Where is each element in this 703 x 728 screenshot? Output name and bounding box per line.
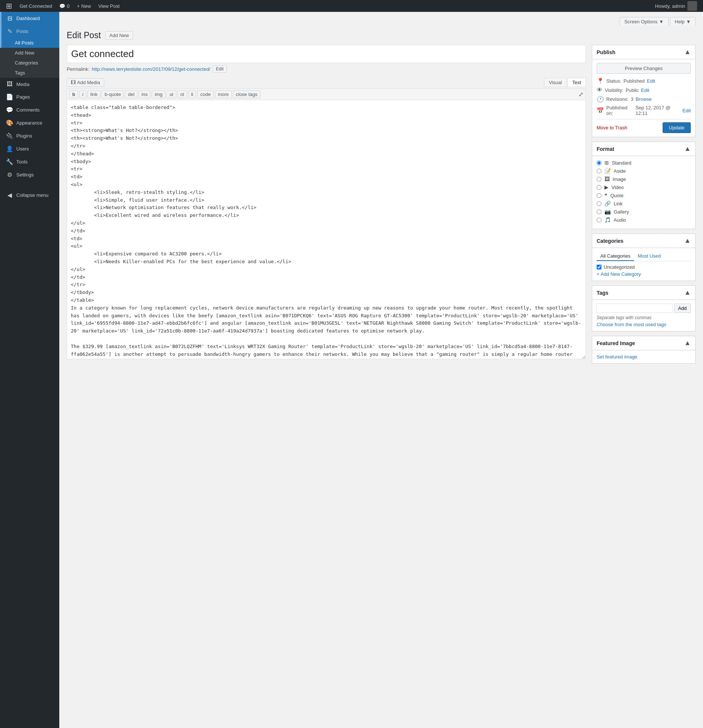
tab-visual[interactable]: Visual — [544, 78, 567, 87]
format-radio-aside[interactable] — [597, 169, 602, 173]
category-item: Uncategorized — [597, 264, 691, 270]
pages-icon: 📄 — [6, 93, 13, 100]
sidebar-item-categories[interactable]: Categories — [0, 58, 59, 68]
revisions-value: 3 — [631, 96, 633, 102]
sidebar-item-appearance[interactable]: 🎨 Appearance — [0, 116, 59, 129]
sidebar-item-collapse[interactable]: ◀ Collapse menu — [0, 189, 59, 202]
status-edit-link[interactable]: Edit — [647, 78, 655, 84]
format-box-header[interactable]: Format ▲ — [592, 142, 695, 156]
format-option-aside: 📝 Aside — [597, 168, 691, 174]
adminbar-howdy: Howdy, admin — [652, 1, 700, 11]
settings-icon: ⚙ — [6, 171, 13, 178]
permalink-edit-button[interactable]: Edit — [213, 65, 227, 73]
published-on-edit-link[interactable]: Edit — [683, 108, 691, 113]
toolbar-bquote[interactable]: b-quote — [101, 91, 124, 98]
appearance-icon: 🎨 — [6, 119, 13, 126]
toolbar-ul[interactable]: ul — [166, 91, 176, 98]
sidebar-item-users[interactable]: 👤 Users — [0, 142, 59, 155]
sidebar-item-all-posts[interactable]: All Posts — [0, 38, 59, 48]
permalink-label: Permalink: — [67, 66, 89, 72]
publish-box-header[interactable]: Publish ▲ — [592, 45, 695, 59]
visibility-edit-link[interactable]: Edit — [641, 88, 649, 93]
format-radio-standard[interactable] — [597, 160, 602, 165]
toolbar-ins[interactable]: ins — [139, 91, 151, 98]
preview-changes-button[interactable]: Preview Changes — [597, 63, 691, 74]
help-button[interactable]: Help ▼ — [670, 17, 696, 26]
toolbar-italic[interactable]: i — [79, 91, 87, 98]
sidebar-label-plugins: Plugins — [16, 133, 32, 139]
status-label: Status: — [606, 78, 621, 84]
toolbar-del[interactable]: del — [125, 91, 137, 98]
tags-choose-link[interactable]: Choose from the most used tags — [597, 322, 666, 327]
published-on-value: Sep 12, 2017 @ 12:11 — [635, 105, 680, 116]
featured-image-box-header[interactable]: Featured Image ▲ — [592, 336, 695, 350]
post-title-input[interactable] — [67, 45, 586, 63]
body-content: Screen Options ▼ Help ▼ Edit Post Add Ne… — [59, 12, 703, 376]
sidebar-item-comments[interactable]: 💬 Comments — [0, 103, 59, 116]
toolbar-img[interactable]: img — [152, 91, 165, 98]
adminbar-comments[interactable]: 💬 0 — [56, 0, 72, 12]
add-category-link[interactable]: + Add New Category — [597, 272, 691, 277]
publish-box-toggle[interactable]: ▲ — [684, 48, 691, 56]
add-media-button[interactable]: 🎞 Add Media — [67, 78, 104, 87]
sidebar-label-tags: Tags — [15, 70, 25, 76]
format-box-toggle[interactable]: ▲ — [684, 145, 691, 153]
tab-all-categories[interactable]: All Categories — [597, 252, 634, 261]
status-row: 📍 Status: Published Edit — [597, 78, 691, 85]
toolbar-li[interactable]: li — [188, 91, 196, 98]
tags-box-toggle[interactable]: ▲ — [684, 289, 691, 296]
sidebar-item-add-new[interactable]: Add New — [0, 48, 59, 58]
plugins-icon: 🔌 — [6, 132, 13, 139]
set-featured-image-link[interactable]: Set featured image — [597, 354, 637, 360]
toolbar-expand-icon[interactable]: ⤢ — [579, 91, 583, 98]
sidebar-label-settings: Settings — [16, 172, 34, 178]
categories-box-header[interactable]: Categories ▲ — [592, 234, 695, 248]
sidebar-item-tags[interactable]: Tags — [0, 68, 59, 78]
adminbar-view-post[interactable]: View Post — [95, 0, 123, 12]
categories-box-toggle[interactable]: ▲ — [684, 237, 691, 245]
format-radio-video[interactable] — [597, 185, 602, 190]
tab-text[interactable]: Text — [567, 78, 586, 87]
format-radio-image[interactable] — [597, 177, 602, 182]
sidebar-item-dashboard[interactable]: ⊟ Dashboard — [0, 12, 59, 25]
sidebar-item-tools[interactable]: 🔧 Tools — [0, 155, 59, 168]
add-new-button[interactable]: Add New — [105, 31, 133, 40]
category-checkbox-uncategorized[interactable] — [597, 265, 602, 270]
toolbar-code[interactable]: code — [197, 91, 214, 98]
tags-add-button[interactable]: Add — [674, 303, 691, 313]
comments-icon: 💬 — [6, 106, 13, 113]
collapse-icon: ◀ — [6, 192, 13, 199]
post-content-editor[interactable] — [67, 100, 586, 359]
tools-icon: 🔧 — [6, 158, 13, 165]
format-radio-gallery[interactable] — [597, 209, 602, 214]
featured-image-box-toggle[interactable]: ▲ — [684, 339, 691, 347]
sidebar-item-plugins[interactable]: 🔌 Plugins — [0, 129, 59, 142]
format-radio-quote[interactable] — [597, 193, 602, 198]
sidebar-item-settings[interactable]: ⚙ Settings — [0, 168, 59, 181]
tags-input[interactable] — [597, 303, 673, 313]
format-option-gallery: 📷 Gallery — [597, 209, 691, 215]
move-to-trash-button[interactable]: Move to Trash — [597, 125, 627, 130]
visibility-icon: 👁 — [597, 87, 603, 93]
adminbar-site[interactable]: Get Connected — [17, 0, 55, 12]
tags-box-header[interactable]: Tags ▲ — [592, 286, 695, 300]
format-radio-audio[interactable] — [597, 218, 602, 222]
permalink-link[interactable]: http://news.terrytestsite.com/2017/09/12… — [91, 66, 210, 72]
update-button[interactable]: Update — [663, 122, 691, 133]
main-content: Screen Options ▼ Help ▼ Edit Post Add Ne… — [59, 12, 703, 728]
sidebar-item-pages[interactable]: 📄 Pages — [0, 91, 59, 103]
visibility-row: 👁 Visibility: Public Edit — [597, 87, 691, 93]
screen-options-button[interactable]: Screen Options ▼ — [619, 17, 668, 26]
toolbar-close-tags[interactable]: close tags — [233, 91, 261, 98]
sidebar-item-posts[interactable]: ✎ Posts — [0, 25, 59, 38]
toolbar-link[interactable]: link — [88, 91, 101, 98]
toolbar-bold[interactable]: b — [69, 91, 78, 98]
adminbar-new[interactable]: + New — [74, 0, 94, 12]
revisions-browse-link[interactable]: Browse — [635, 96, 651, 102]
toolbar-more[interactable]: more — [215, 91, 232, 98]
wp-logo-icon[interactable]: ⊞ — [3, 1, 15, 10]
toolbar-ol[interactable]: ol — [178, 91, 187, 98]
tab-most-used[interactable]: Most Used — [634, 252, 664, 261]
format-radio-link[interactable] — [597, 201, 602, 206]
sidebar-item-media[interactable]: 🖼 Media — [0, 78, 59, 91]
